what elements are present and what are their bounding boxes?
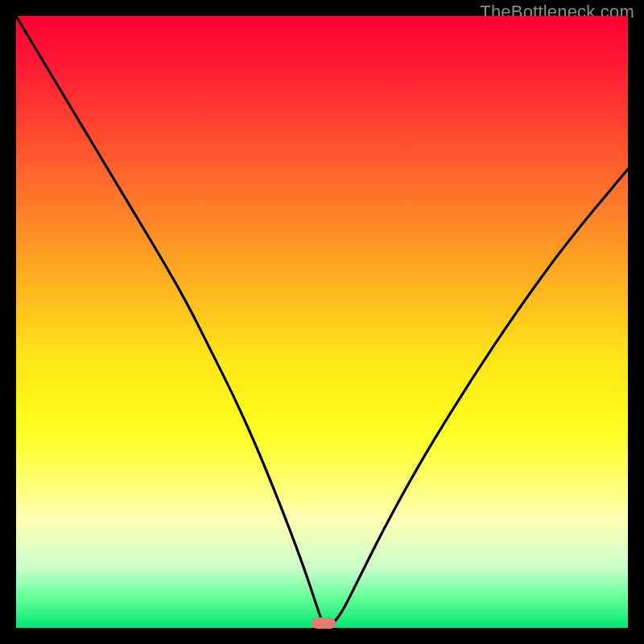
minimum-marker <box>312 617 336 629</box>
curve-path <box>16 16 628 625</box>
plot-area <box>16 16 628 628</box>
bottleneck-curve <box>16 16 628 628</box>
chart-frame: TheBottleneck.com <box>0 0 644 644</box>
